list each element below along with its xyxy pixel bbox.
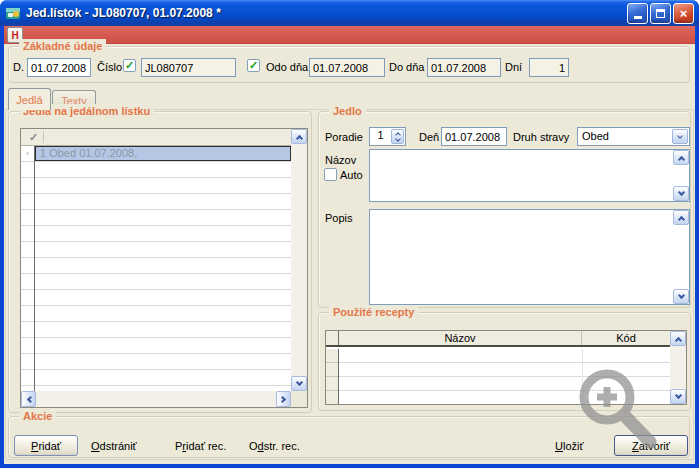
odstr-rec-button[interactable]: Odstr. rec.	[249, 438, 300, 454]
close-icon: ×	[680, 4, 688, 23]
scroll-down-button[interactable]	[291, 376, 307, 391]
recipes-table-header: Názov Kód	[326, 331, 670, 347]
vertical-scrollbar[interactable]	[673, 210, 689, 304]
check-icon: ✓	[249, 60, 258, 71]
window-title: Jed.lístok - JL080707, 01.07.2008 *	[26, 6, 625, 20]
chevron-up-icon	[295, 134, 302, 141]
chevron-up-icon	[674, 336, 681, 343]
d-label: D.	[13, 61, 24, 73]
chevron-down-icon	[295, 379, 302, 386]
zatvorit-button[interactable]: Zatvoriť	[614, 435, 688, 456]
nazov-textarea-frame	[369, 149, 690, 202]
pridat-button[interactable]: Pridať	[14, 435, 78, 456]
row-selector-column	[326, 331, 339, 345]
poradie-spinner[interactable]: 1	[369, 127, 406, 146]
do-dna-label: Do dňa	[389, 61, 424, 73]
scroll-up-button[interactable]	[673, 210, 689, 225]
dni-label: Dní	[505, 61, 522, 73]
do-dna-input[interactable]	[427, 58, 501, 77]
druh-stravy-label: Druh stravy	[513, 131, 569, 143]
toolbar: H	[4, 26, 695, 44]
odo-dna-label: Odo dňa	[266, 61, 308, 73]
column-separator	[582, 349, 583, 404]
druh-stravy-value: Obed	[582, 130, 609, 142]
horizontal-scrollbar[interactable]	[21, 391, 291, 407]
title-bar[interactable]: Jed.lístok - JL080707, 01.07.2008 * ×	[0, 0, 699, 26]
minimize-button[interactable]	[627, 3, 648, 24]
popis-textarea-frame	[369, 209, 690, 305]
scroll-down-button[interactable]	[673, 289, 689, 304]
meals-list-selected-row[interactable]: 1 Obed 01.07.2008,	[35, 146, 291, 161]
check-column-icon: ✓	[29, 131, 38, 144]
den-label: Deň	[419, 131, 439, 143]
recipes-group: Použité recepty Názov Kód	[318, 312, 691, 411]
close-button[interactable]: ×	[673, 3, 694, 24]
auto-checkbox[interactable]	[324, 168, 337, 181]
cislo-checkbox[interactable]: ✓	[123, 59, 136, 72]
column-header-kod[interactable]: Kód	[582, 331, 670, 345]
cislo-label: Číslo	[97, 61, 122, 73]
column-header-nazov[interactable]: Názov	[339, 331, 582, 345]
nazov-textarea[interactable]	[371, 151, 671, 200]
chevron-right-icon	[279, 395, 286, 402]
basic-data-group: Základné údaje D. Číslo ✓ ✓ Odo dňa Do d…	[8, 46, 690, 83]
scroll-up-button[interactable]	[291, 129, 307, 144]
meals-list-rows[interactable]: ◦ 1 Obed 01.07.2008,	[21, 146, 291, 391]
scroll-left-button[interactable]	[21, 391, 36, 407]
nazov-label: Názov	[325, 154, 356, 166]
check-icon: ✓	[125, 60, 134, 71]
chevron-down-icon	[677, 133, 683, 139]
app-window: Jed.lístok - JL080707, 01.07.2008 * × H …	[0, 0, 699, 468]
druh-stravy-select[interactable]: Obed	[577, 127, 690, 146]
chevron-down-icon	[677, 292, 684, 299]
recipes-table-rows[interactable]	[326, 349, 670, 404]
row-selector-strip	[326, 349, 339, 404]
chevron-down-icon	[395, 136, 401, 142]
vertical-scrollbar[interactable]	[670, 331, 686, 404]
actions-group: Akcie Pridať Odstrániť Pridať rec. Odstr…	[8, 416, 690, 458]
dni-input[interactable]	[529, 58, 569, 77]
chevron-up-icon	[677, 215, 684, 222]
scroll-right-button[interactable]	[276, 391, 291, 407]
scroll-down-button[interactable]	[670, 389, 686, 404]
combo-dropdown-button[interactable]	[672, 129, 688, 144]
scroll-up-button[interactable]	[673, 150, 689, 165]
scrollbar-corner	[291, 391, 307, 407]
maximize-button[interactable]	[650, 3, 671, 24]
client-area: H Základné údaje D. Číslo ✓ ✓ Odo dňa Do…	[4, 26, 695, 464]
ulozit-button[interactable]: Uložiť	[555, 438, 584, 454]
poradie-value[interactable]: 1	[370, 129, 391, 141]
column-separator	[34, 146, 35, 391]
popis-textarea[interactable]	[371, 211, 671, 303]
odo-dna-input[interactable]	[309, 58, 385, 77]
meal-group-title: Jedlo	[329, 104, 366, 119]
spinner-buttons[interactable]	[391, 129, 404, 144]
den-input[interactable]	[441, 127, 507, 146]
tab-jedla[interactable]: Jedlá	[8, 88, 51, 110]
odo-dna-checkbox[interactable]: ✓	[247, 59, 260, 72]
chevron-left-icon	[26, 395, 33, 402]
odstranit-button[interactable]: Odstrániť	[91, 438, 137, 454]
meals-list-header: ✓	[21, 129, 291, 146]
chevron-down-icon	[677, 189, 684, 196]
minimize-icon	[634, 16, 642, 19]
recipes-table: Názov Kód	[325, 330, 687, 405]
app-icon	[5, 5, 21, 21]
popis-label: Popis	[325, 212, 353, 224]
maximize-icon	[656, 9, 665, 18]
vertical-scrollbar[interactable]	[673, 150, 689, 201]
poradie-label: Poradie	[325, 131, 363, 143]
meal-group: Jedlo Poradie 1 Deň Druh stravy Obed Náz…	[318, 111, 691, 308]
cislo-input[interactable]	[141, 58, 236, 77]
chevron-up-icon	[677, 155, 684, 162]
basic-data-group-title: Základné údaje	[19, 39, 106, 54]
scroll-up-button[interactable]	[670, 331, 686, 346]
row-marker-icon: ◦	[21, 146, 34, 161]
vertical-scrollbar[interactable]	[291, 129, 307, 391]
auto-label: Auto	[340, 169, 363, 181]
scroll-down-button[interactable]	[673, 186, 689, 201]
d-input[interactable]	[27, 58, 91, 77]
recipes-group-title: Použité recepty	[329, 305, 418, 320]
meals-list-group: Jedlá na jedálnom lístku ✓ ◦ 1 Obed 01.0…	[8, 111, 312, 413]
pridat-rec-button[interactable]: Pridať rec.	[175, 438, 226, 454]
